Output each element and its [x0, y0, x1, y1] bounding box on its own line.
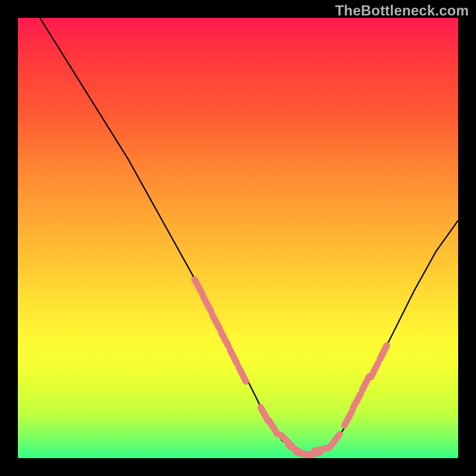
- highlight-segment: [345, 412, 352, 425]
- plot-area: [18, 18, 458, 458]
- highlight-segment: [353, 394, 361, 408]
- bottleneck-curve-path: [40, 18, 458, 454]
- highlight-segment: [269, 421, 277, 434]
- highlight-segment: [371, 363, 378, 377]
- highlight-segment: [380, 346, 387, 359]
- highlight-segment: [314, 448, 329, 451]
- highlight-segment: [212, 315, 220, 328]
- highlight-group: [195, 280, 387, 455]
- highlight-segment: [239, 368, 246, 381]
- highlight-segment: [203, 298, 211, 311]
- curve-svg: [18, 18, 458, 458]
- highlight-segment: [221, 333, 228, 346]
- highlight-segment: [330, 434, 340, 447]
- chart-frame: TheBottleneck.com: [0, 0, 476, 476]
- highlight-segment: [195, 280, 202, 293]
- highlight-segment: [230, 350, 237, 364]
- watermark-text: TheBottleneck.com: [335, 2, 469, 19]
- highlight-segment: [362, 377, 369, 390]
